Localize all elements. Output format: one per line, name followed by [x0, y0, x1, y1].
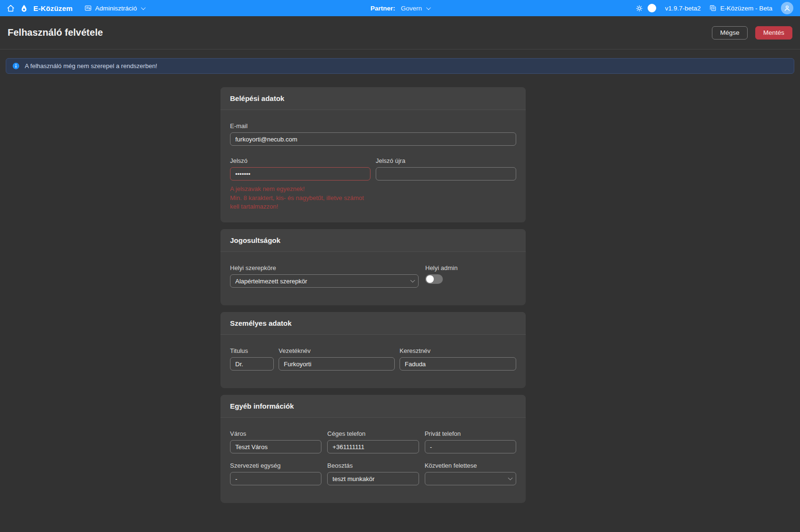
administration-icon: [84, 4, 92, 12]
avatar[interactable]: [781, 2, 793, 14]
toggle-knob: [426, 275, 434, 283]
password-input[interactable]: [230, 167, 370, 181]
firstname-input[interactable]: [400, 357, 516, 371]
password-error-mismatch: A jelszavak nem egyeznek!: [230, 185, 370, 193]
page-header: Felhasználó felvétele Mégse Mentés: [0, 16, 800, 50]
form-container: Belépési adatok E-mail Jelszó A jelszava…: [220, 87, 526, 503]
chevron-down-icon: [141, 5, 146, 10]
sun-icon: [636, 5, 643, 12]
theme-toggle[interactable]: [648, 4, 656, 12]
org-unit-input[interactable]: [230, 472, 321, 485]
titulus-input[interactable]: [230, 357, 274, 371]
supervisor-select[interactable]: [425, 472, 516, 485]
content-area: A felhasználó még nem szerepel a rendsze…: [0, 50, 800, 503]
info-banner-text: A felhasználó még nem szerepel a rendsze…: [25, 62, 157, 70]
position-label: Beosztás: [327, 462, 419, 469]
email-input[interactable]: [230, 132, 516, 146]
local-role-value: Alapértelmezett szerepkör: [235, 278, 307, 285]
lastname-input[interactable]: [279, 357, 395, 371]
city-label: Város: [230, 430, 321, 437]
home-icon[interactable]: [7, 4, 15, 12]
partner-value: Govern: [401, 5, 422, 12]
nav-administration[interactable]: Adminisztráció: [84, 4, 145, 12]
top-navigation-bar: E-Közüzem Adminisztráció Partner: Govern…: [0, 0, 800, 16]
password-error-messages: A jelszavak nem egyeznek! Min. 8 karakte…: [230, 185, 370, 211]
version-label: v1.9.7-beta2: [665, 5, 700, 12]
section-title: Személyes adatok: [220, 312, 526, 335]
section-other-info: Egyéb információk Város Céges telefon Pr…: [220, 395, 526, 503]
cancel-button[interactable]: Mégse: [712, 26, 748, 40]
info-icon: [12, 62, 20, 70]
app-logo-drop-icon: [20, 4, 29, 13]
environment-label: E-Közüzem - Beta: [720, 5, 772, 12]
partner-label: Partner:: [370, 5, 395, 12]
local-admin-toggle[interactable]: [425, 274, 443, 284]
brand-name: E-Közüzem: [33, 4, 73, 12]
position-input[interactable]: [327, 472, 419, 485]
local-role-select[interactable]: Alapértelmezett szerepkör: [230, 274, 419, 288]
org-unit-label: Szervezeti egység: [230, 462, 321, 469]
password-again-input[interactable]: [376, 167, 516, 181]
section-title: Egyéb információk: [220, 395, 526, 418]
password-again-label: Jelszó újra: [376, 157, 516, 164]
environment-icon: [709, 4, 717, 12]
work-phone-label: Céges telefon: [327, 430, 419, 437]
firstname-label: Keresztnév: [400, 347, 516, 354]
section-login-data: Belépési adatok E-mail Jelszó A jelszava…: [220, 87, 526, 222]
section-title: Belépési adatok: [220, 87, 526, 110]
private-phone-label: Privát telefon: [425, 430, 516, 437]
environment-select[interactable]: E-Közüzem - Beta: [709, 4, 772, 12]
save-button[interactable]: Mentés: [755, 26, 792, 40]
lastname-label: Vezetéknév: [279, 347, 395, 354]
email-label: E-mail: [230, 122, 516, 130]
password-error-requirements: Min. 8 karaktert, kis- és nagybetűt, ill…: [230, 194, 370, 211]
titulus-label: Titulus: [230, 347, 274, 354]
supervisor-label: Közvetlen felettese: [425, 462, 516, 469]
password-label: Jelszó: [230, 157, 370, 164]
chevron-down-icon: [410, 278, 415, 282]
administration-label: Adminisztráció: [95, 5, 137, 12]
work-phone-input[interactable]: [327, 440, 419, 453]
city-input[interactable]: [230, 440, 321, 453]
page-title: Felhasználó felvétele: [8, 27, 103, 38]
section-permissions: Jogosultságok Helyi szerepköre Alapértel…: [220, 229, 526, 305]
section-personal-data: Személyes adatok Titulus Vezetéknév Kere…: [220, 312, 526, 388]
local-admin-label: Helyi admin: [425, 264, 516, 271]
section-title: Jogosultságok: [220, 229, 526, 252]
partner-select[interactable]: Govern: [401, 5, 430, 12]
info-banner: A felhasználó még nem szerepel a rendsze…: [6, 58, 794, 74]
private-phone-input[interactable]: [425, 440, 516, 453]
local-role-label: Helyi szerepköre: [230, 264, 419, 271]
chevron-down-icon: [508, 475, 513, 480]
